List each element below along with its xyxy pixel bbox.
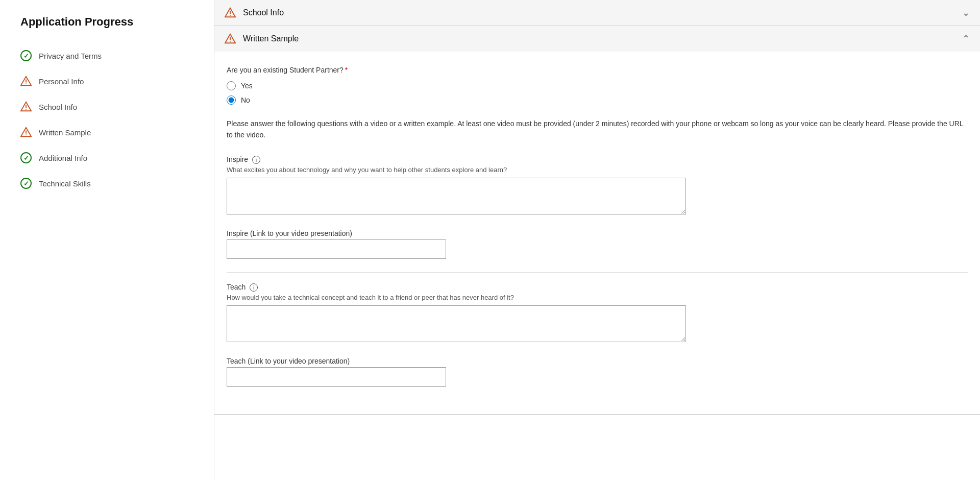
teach-sublabel: How would you take a technical concept a… <box>227 294 968 301</box>
svg-point-2 <box>26 134 27 135</box>
radio-no[interactable] <box>227 95 236 105</box>
school-info-title: School Info <box>243 8 284 17</box>
sidebar-item-written[interactable]: Written Sample <box>20 119 193 145</box>
teach-label: Teach i <box>227 283 968 292</box>
written-sample-header-left: Written Sample <box>225 33 299 44</box>
inspire-video-label: Inspire (Link to your video presentation… <box>227 229 968 237</box>
school-info-accordion-header[interactable]: School Info ⌄ <box>214 0 980 26</box>
inspire-field-section: Inspire i What excites you about technol… <box>227 155 968 216</box>
warn-icon-personal <box>20 76 32 87</box>
written-sample-accordion-header[interactable]: Written Sample ⌃ <box>214 26 980 52</box>
inspire-info-icon[interactable]: i <box>252 156 260 164</box>
sidebar-item-personal[interactable]: Personal Info <box>20 68 193 94</box>
sidebar-label-written: Written Sample <box>39 128 91 137</box>
inspire-sublabel: What excites you about technology and wh… <box>227 166 968 174</box>
sidebar-label-school: School Info <box>39 103 77 111</box>
main-content: School Info ⌄ Written Sample ⌃ <box>214 0 980 480</box>
school-info-chevron-down-icon: ⌄ <box>962 7 970 18</box>
warn-icon-written-header <box>225 33 236 44</box>
radio-option-yes[interactable]: Yes <box>227 81 968 90</box>
inspire-video-field-section: Inspire (Link to your video presentation… <box>227 229 968 259</box>
teach-field-section: Teach i How would you take a technical c… <box>227 283 968 344</box>
written-sample-section: Written Sample ⌃ Are you an existing Stu… <box>214 26 980 415</box>
radio-option-no[interactable]: No <box>227 95 968 105</box>
divider-1 <box>227 272 968 273</box>
sidebar-item-privacy[interactable]: Privacy and Terms <box>20 43 193 68</box>
sidebar-label-personal: Personal Info <box>39 77 84 86</box>
inspire-video-input[interactable] <box>227 239 446 259</box>
student-partner-question: Are you an existing Student Partner?* <box>227 66 968 74</box>
check-icon-technical <box>20 178 32 189</box>
teach-info-icon[interactable]: i <box>250 283 258 292</box>
school-info-section: School Info ⌄ <box>214 0 980 26</box>
student-partner-radio-group: Yes No <box>227 81 968 105</box>
sidebar-item-school[interactable]: School Info <box>20 94 193 119</box>
written-sample-title: Written Sample <box>243 34 299 43</box>
sidebar-label-technical: Technical Skills <box>39 179 91 188</box>
warn-icon-school-header <box>225 7 236 18</box>
check-icon-additional <box>20 152 32 163</box>
radio-yes[interactable] <box>227 81 236 90</box>
student-partner-field: Are you an existing Student Partner?* Ye… <box>227 66 968 105</box>
radio-yes-label: Yes <box>241 82 253 90</box>
radio-no-label: No <box>241 96 250 104</box>
check-icon-privacy <box>20 50 32 61</box>
school-info-header-left: School Info <box>225 7 284 18</box>
svg-point-0 <box>26 83 27 84</box>
inspire-textarea[interactable] <box>227 178 686 214</box>
warn-icon-written <box>20 127 32 138</box>
written-sample-chevron-up-icon: ⌃ <box>962 33 970 44</box>
inspire-label: Inspire i <box>227 155 968 164</box>
instructions-text: Please answer the following questions wi… <box>227 118 968 141</box>
sidebar-label-additional: Additional Info <box>39 154 87 162</box>
teach-video-input[interactable] <box>227 367 446 387</box>
teach-video-field-section: Teach (Link to your video presentation) <box>227 357 968 387</box>
svg-point-1 <box>26 109 27 110</box>
sidebar-item-technical[interactable]: Technical Skills <box>20 171 193 196</box>
sidebar-label-privacy: Privacy and Terms <box>39 52 102 60</box>
svg-point-4 <box>230 41 231 42</box>
sidebar-item-additional[interactable]: Additional Info <box>20 145 193 171</box>
required-star: * <box>345 66 348 74</box>
svg-point-3 <box>230 15 231 16</box>
teach-video-label: Teach (Link to your video presentation) <box>227 357 968 365</box>
sidebar: Application Progress Privacy and Terms P… <box>0 0 214 480</box>
warn-icon-school <box>20 101 32 112</box>
sidebar-title: Application Progress <box>20 15 193 29</box>
teach-textarea[interactable] <box>227 305 686 342</box>
written-sample-content: Are you an existing Student Partner?* Ye… <box>214 52 980 414</box>
